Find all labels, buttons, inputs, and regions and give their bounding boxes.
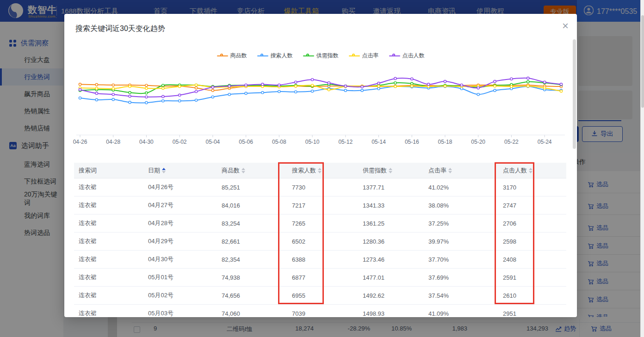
column-header-日期[interactable]: 日期 xyxy=(147,166,221,175)
keyword-trend-modal: 搜索关键词近30天变化趋势 × 商品数搜索人数供需指数点击率点击人数 04-26… xyxy=(64,14,577,317)
table-cell: 74,656 xyxy=(221,292,291,299)
sort-icon[interactable] xyxy=(448,168,452,173)
table-cell: 6502 xyxy=(291,238,362,245)
table-cell: 6955 xyxy=(291,292,362,299)
table-cell: 7730 xyxy=(291,184,362,191)
table-cell: 2951 xyxy=(502,310,566,317)
legend-item-供需指数[interactable]: 供需指数 xyxy=(303,52,339,60)
table-cell: 2747 xyxy=(502,202,566,209)
column-header-点击率[interactable]: 点击率 xyxy=(427,166,502,175)
sort-icon[interactable] xyxy=(162,168,166,173)
table-cell: 7039 xyxy=(291,310,362,317)
table-cell: 82,661 xyxy=(221,238,291,245)
legend-item-点击率[interactable]: 点击率 xyxy=(349,52,379,60)
page-scrollbar[interactable] xyxy=(640,0,644,337)
sort-icon[interactable] xyxy=(389,168,392,173)
sort-icon[interactable] xyxy=(318,168,322,173)
table-cell: 2610 xyxy=(502,292,566,299)
table-cell: 38.08% xyxy=(427,202,502,209)
table-cell: 37.70% xyxy=(427,256,502,263)
column-header-搜索人数[interactable]: 搜索人数 xyxy=(291,166,362,175)
svg-text:05-18: 05-18 xyxy=(438,139,452,145)
table-cell: 连衣裙 xyxy=(74,201,147,209)
table-header-row: 搜索词日期商品数搜索人数供需指数点击率点击人数 xyxy=(74,163,566,178)
svg-text:05-06: 05-06 xyxy=(239,139,253,145)
close-icon[interactable]: × xyxy=(562,20,569,31)
table-cell: 1377.71 xyxy=(362,184,427,191)
legend-marker-icon xyxy=(257,55,268,56)
table-cell: 82,354 xyxy=(221,256,291,263)
table-cell: 39.97% xyxy=(427,238,502,245)
table-row-5: 连衣裙05月01号74,93868771477.0137.69%2591 xyxy=(74,269,566,287)
legend-item-点击人数[interactable]: 点击人数 xyxy=(389,52,425,60)
table-cell: 2598 xyxy=(502,238,566,245)
table-cell: 83,254 xyxy=(221,220,291,227)
column-header-供需指数[interactable]: 供需指数 xyxy=(362,166,427,175)
table-cell: 连衣裙 xyxy=(74,183,147,191)
table-cell: 84,016 xyxy=(221,202,291,209)
page: 数智牛 Shuzhiniu.com, 1688数据分析工具 首页下载插件竞店分析… xyxy=(0,0,644,337)
table-cell: 2591 xyxy=(502,274,566,281)
table-cell: 05月01号 xyxy=(147,273,221,282)
table-cell: 04月27号 xyxy=(147,201,221,209)
legend-item-商品数[interactable]: 商品数 xyxy=(217,52,247,60)
table-cell: 05月02号 xyxy=(147,291,221,300)
svg-text:05-04: 05-04 xyxy=(206,139,220,145)
column-header-点击人数[interactable]: 点击人数 xyxy=(502,166,566,175)
svg-text:04-28: 04-28 xyxy=(106,139,120,145)
table-cell: 74,060 xyxy=(221,310,291,317)
table-cell: 6388 xyxy=(291,256,362,263)
table-cell: 7265 xyxy=(291,220,362,227)
legend-marker-icon xyxy=(217,55,228,56)
svg-text:05-12: 05-12 xyxy=(338,139,353,145)
table-cell: 85,251 xyxy=(221,184,291,191)
svg-text:05-08: 05-08 xyxy=(272,139,286,145)
svg-text:05-14: 05-14 xyxy=(372,139,386,145)
table-cell: 3170 xyxy=(502,184,566,191)
sort-icon[interactable] xyxy=(529,168,533,173)
table-cell: 1498.93 xyxy=(362,310,427,317)
table-cell: 04月30号 xyxy=(147,255,221,263)
table-cell: 1492.62 xyxy=(362,292,427,299)
table-row-6: 连衣裙05月02号74,65669551492.6237.54%2610 xyxy=(74,287,566,305)
table-cell: 1477.01 xyxy=(362,274,427,281)
modal-scrollbar[interactable] xyxy=(573,28,576,314)
table-cell: 2408 xyxy=(502,256,566,263)
svg-text:05-02: 05-02 xyxy=(173,139,187,145)
modal-title: 搜索关键词近30天变化趋势 xyxy=(75,24,165,34)
table-cell: 连衣裙 xyxy=(74,219,147,227)
svg-text:05-24: 05-24 xyxy=(538,139,552,145)
table-cell: 37.54% xyxy=(427,292,502,299)
table-cell: 04月26号 xyxy=(147,183,221,191)
table-cell: 连衣裙 xyxy=(74,273,147,282)
column-header-商品数[interactable]: 商品数 xyxy=(221,166,291,175)
sort-icon[interactable] xyxy=(242,168,245,173)
svg-text:05-16: 05-16 xyxy=(405,139,419,145)
table-row-2: 连衣裙04月28号83,25472651361.2537.25%2706 xyxy=(74,214,566,233)
legend-item-搜索人数[interactable]: 搜索人数 xyxy=(257,52,293,60)
table-row-3: 连衣裙04月29号82,66165021280.3639.97%2598 xyxy=(74,233,566,251)
table-cell: 1341.33 xyxy=(362,202,427,209)
table-cell: 6877 xyxy=(291,274,362,281)
table-cell: 37.69% xyxy=(427,274,502,281)
table-cell: 1273.46 xyxy=(362,256,427,263)
table-cell: 连衣裙 xyxy=(74,237,147,245)
svg-text:05-22: 05-22 xyxy=(504,139,519,145)
table-cell: 2706 xyxy=(502,220,566,227)
table-cell: 41.02% xyxy=(427,184,502,191)
table-cell: 05月03号 xyxy=(147,309,221,317)
table-cell: 连衣裙 xyxy=(74,291,147,300)
table-cell: 连衣裙 xyxy=(74,255,147,263)
table-cell: 1280.36 xyxy=(362,238,427,245)
svg-text:04-26: 04-26 xyxy=(73,139,87,145)
svg-text:05-10: 05-10 xyxy=(305,139,320,145)
table-row-0: 连衣裙04月26号85,25177301377.7141.02%3170 xyxy=(74,178,566,196)
table-cell: 连衣裙 xyxy=(74,309,147,317)
svg-text:05-20: 05-20 xyxy=(471,139,485,145)
trend-line-chart: 04-2604-2804-3005-0205-0405-0605-0805-10… xyxy=(73,62,569,153)
svg-text:04-30: 04-30 xyxy=(139,139,154,145)
legend-marker-icon xyxy=(303,55,314,56)
table-cell: 41.09% xyxy=(427,310,502,317)
table-cell: 7217 xyxy=(291,202,362,209)
table-row-4: 连衣裙04月30号82,35463881273.4637.70%2408 xyxy=(74,251,566,269)
